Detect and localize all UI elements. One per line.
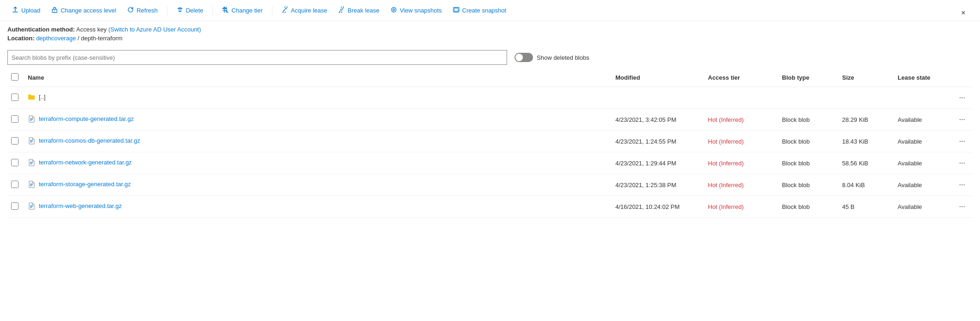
cell-size: 28.29 KiB (838, 109, 894, 131)
file-name-link[interactable]: terraform-web-generated.tar.gz (39, 202, 122, 209)
folder-name: [..] (39, 94, 45, 101)
cell-access-tier (704, 87, 778, 109)
delete-button[interactable]: Delete (172, 4, 208, 17)
create-snapshot-button[interactable]: Create snapshot (448, 4, 511, 17)
auth-line: Authentication method: Access key (Switc… (7, 26, 973, 33)
cell-size: 58.56 KiB (838, 152, 894, 174)
cell-size: 45 B (838, 196, 894, 218)
cell-lease-state (894, 87, 949, 109)
row-more-button[interactable]: ··· (955, 157, 969, 169)
file-name-link[interactable]: terraform-cosmos-db-generated.tar.gz (39, 137, 140, 144)
show-deleted-toggle-row: Show deleted blobs (515, 53, 589, 62)
table-container: Name Modified Access tier Blob type Size… (0, 69, 980, 218)
show-deleted-label: Show deleted blobs (537, 54, 589, 61)
toolbar: Upload Change access level Refresh De (0, 0, 980, 21)
auth-switch-link[interactable]: (Switch to Azure AD User Account) (108, 26, 201, 33)
cell-modified: 4/23/2021, 1:24:55 PM (612, 131, 704, 152)
cell-modified: 4/23/2021, 1:29:44 PM (612, 152, 704, 174)
change-tier-button[interactable]: Change tier (217, 4, 267, 17)
svg-rect-7 (454, 8, 458, 11)
cell-lease-state: Available (894, 174, 949, 196)
cell-blob-type: Block blob (778, 131, 838, 152)
file-icon (28, 159, 35, 166)
toolbar-divider-1 (167, 6, 167, 15)
row-more-button[interactable]: ··· (955, 201, 969, 213)
blob-table: Name Modified Access tier Blob type Size… (7, 69, 973, 218)
refresh-button[interactable]: Refresh (123, 4, 162, 17)
delete-icon (177, 6, 183, 14)
row-checkbox[interactable] (11, 181, 19, 188)
cell-modified (612, 87, 704, 109)
table-row: terraform-web-generated.tar.gz4/16/2021,… (7, 196, 973, 218)
close-button[interactable]: × (956, 6, 971, 20)
table-header-row: Name Modified Access tier Blob type Size… (7, 69, 973, 87)
location-label: Location: (7, 35, 35, 42)
row-more-button[interactable]: ··· (955, 179, 969, 191)
row-checkbox[interactable] (11, 137, 19, 145)
file-name-link[interactable]: terraform-network-generated.tar.gz (39, 159, 132, 166)
create-snapshot-icon (453, 6, 459, 14)
cell-blob-type (778, 87, 838, 109)
view-snapshots-button[interactable]: View snapshots (386, 4, 447, 17)
info-section: Authentication method: Access key (Switc… (0, 21, 980, 46)
col-header-blob-type: Blob type (778, 69, 838, 87)
location-path: depth-terraform (81, 35, 123, 42)
cell-modified: 4/23/2021, 1:25:38 PM (612, 174, 704, 196)
col-header-size: Size (838, 69, 894, 87)
search-row: Show deleted blobs (0, 46, 980, 69)
row-checkbox[interactable] (11, 202, 19, 210)
table-row: terraform-cosmos-db-generated.tar.gz4/23… (7, 131, 973, 152)
cell-blob-type: Block blob (778, 109, 838, 131)
table-row: [..]··· (7, 87, 973, 109)
change-tier-label: Change tier (231, 7, 262, 14)
location-separator: / (76, 35, 81, 42)
toolbar-divider-2 (212, 6, 213, 15)
change-access-level-button[interactable]: Change access level (47, 4, 121, 17)
row-more-button[interactable]: ··· (955, 92, 969, 104)
delete-label: Delete (186, 7, 204, 14)
svg-point-1 (54, 11, 55, 12)
toolbar-divider-3 (272, 6, 273, 15)
col-header-lease-state: Lease state (894, 69, 949, 87)
cell-blob-type: Block blob (778, 152, 838, 174)
row-checkbox[interactable] (11, 94, 19, 101)
select-all-checkbox[interactable] (11, 73, 19, 81)
cell-access-tier: Hot (Inferred) (704, 174, 778, 196)
auth-label: Authentication method: (7, 26, 75, 33)
cell-size (838, 87, 894, 109)
file-icon (28, 137, 35, 145)
auth-value-text: Access key (76, 26, 107, 33)
acquire-lease-label: Acquire lease (291, 7, 328, 14)
file-name-link[interactable]: terraform-compute-generated.tar.gz (39, 115, 134, 122)
view-snapshots-label: View snapshots (400, 7, 442, 14)
cell-lease-state: Available (894, 196, 949, 218)
cell-modified: 4/16/2021, 10:24:02 PM (612, 196, 704, 218)
create-snapshot-label: Create snapshot (462, 7, 506, 14)
upload-button[interactable]: Upload (7, 4, 45, 17)
col-header-name: Name (24, 69, 612, 87)
search-input[interactable] (7, 50, 507, 65)
file-icon (28, 115, 35, 123)
refresh-label: Refresh (136, 7, 158, 14)
table-row: terraform-network-generated.tar.gz4/23/2… (7, 152, 973, 174)
row-more-button[interactable]: ··· (955, 135, 969, 147)
select-all-header (7, 69, 24, 87)
show-deleted-toggle[interactable] (515, 53, 533, 62)
break-lease-button[interactable]: Break lease (334, 4, 384, 17)
row-checkbox[interactable] (11, 159, 19, 166)
lock-icon (51, 6, 58, 14)
acquire-lease-icon (282, 6, 288, 14)
location-container-link[interactable]: depthcoverage (36, 35, 76, 42)
row-more-button[interactable]: ··· (955, 113, 969, 126)
file-icon (28, 202, 35, 210)
upload-label: Upload (21, 7, 40, 14)
folder-icon (28, 94, 35, 101)
acquire-lease-button[interactable]: Acquire lease (277, 4, 332, 17)
file-name-link[interactable]: terraform-storage-generated.tar.gz (39, 181, 131, 188)
svg-point-5 (393, 9, 395, 11)
row-checkbox[interactable] (11, 115, 19, 123)
break-lease-label: Break lease (347, 7, 379, 14)
col-header-access-tier: Access tier (704, 69, 778, 87)
svg-point-4 (391, 7, 396, 12)
location-line: Location: depthcoverage / depth-terrafor… (7, 35, 973, 42)
